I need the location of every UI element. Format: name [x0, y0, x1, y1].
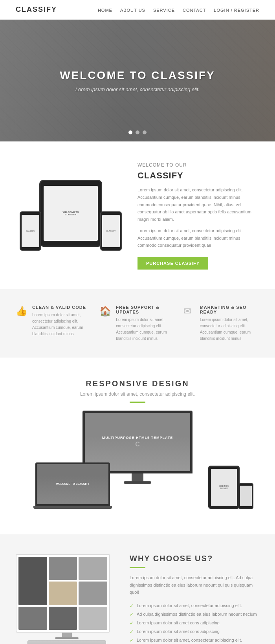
hero-dot-3[interactable]: [143, 130, 147, 134]
feature-content-0: CLEAN & VALID CODE Lorem ipsum dolor sit…: [32, 305, 92, 337]
why-grid-7: [49, 607, 77, 630]
monitor-base: [124, 481, 151, 484]
why-grid-1: [18, 557, 47, 605]
feature-content-1: FREE SUPPORT & UPDATES Lorem ipsum dolor…: [116, 305, 175, 342]
hero-dots: [128, 130, 147, 134]
tablet-screen: WELCOME TOCLASSIFY: [44, 186, 98, 240]
features-section: 👍 CLEAN & VALID CODE Lorem ipsum dolor s…: [0, 289, 275, 358]
purchase-button[interactable]: PURCHASE CLASSIFY: [138, 257, 208, 270]
responsive-section: RESPONSIVE DESIGN Lorem ipsum dolor sit …: [0, 358, 275, 534]
feature-title-2: MARKETING & SEO READY: [200, 305, 259, 314]
feature-item-2: ✉ MARKETING & SEO READY Lorem ipsum dolo…: [183, 305, 259, 342]
check-icon-3: ✓: [130, 629, 134, 635]
devices-showcase: MULTIPURPOSE HTML5 TEMPLATE C WELCOME TO…: [16, 411, 259, 513]
why-monitor-base: [55, 637, 79, 639]
showcase-tablet-inner: LIKE THISTHEME?: [211, 469, 237, 506]
why-list-text-4: Lorem ipsum dolor sit amet, consectetur …: [137, 638, 242, 642]
about-devices: WELCOME TOCLASSIFY CLASSIFY CLASSIFY: [16, 180, 126, 251]
why-list-text-1: Ad culpa dignissimos distinctio ea eius …: [137, 612, 257, 616]
showcase-tablet: LIKE THISTHEME?: [208, 466, 240, 509]
feature-title-0: CLEAN & VALID CODE: [32, 305, 92, 310]
why-green-divider: [130, 567, 145, 568]
nav-link-contact[interactable]: CONTACT: [183, 8, 206, 13]
nav-link-login[interactable]: LOGIN / REGISTER: [214, 8, 259, 13]
check-icon-2: ✓: [130, 620, 134, 626]
laptop-base: [33, 506, 112, 509]
nav-item-about[interactable]: ABOUT US: [120, 6, 145, 13]
about-text: WELCOME TO OUR CLASSIFY Lorem ipsum dolo…: [138, 161, 259, 270]
why-text: WHY CHOOSE US? Lorem ipsum dolor sit ame…: [130, 554, 259, 644]
hero-dot-1[interactable]: [128, 130, 132, 134]
why-list-text-3: Lorem ipsum dolor sit amet cons adipisci…: [137, 629, 220, 634]
navbar: CLASSIFY HOME ABOUT US SERVICE CONTACT L…: [0, 0, 275, 20]
nav-menu: HOME ABOUT US SERVICE CONTACT LOGIN / RE…: [98, 6, 259, 13]
showcase-phone-inner: [240, 486, 252, 506]
why-grid-8: [79, 607, 107, 630]
nav-link-service[interactable]: SERVICE: [153, 8, 175, 13]
why-grid-2: [49, 557, 77, 580]
feature-desc-2: Lorem ipsum dolor sit amet, consectetur …: [200, 317, 259, 342]
feature-desc-1: Lorem ipsum dolor sit amet, consectetur …: [116, 317, 175, 342]
feature-desc-0: Lorem ipsum dolor sit amet, consectetur …: [32, 312, 92, 337]
about-para2: Lorem ipsum dolor sit amet, consectetur …: [138, 227, 259, 249]
why-section: WHY CHOOSE US? Lorem ipsum dolor sit ame…: [0, 534, 275, 644]
why-list-item-3: ✓ Lorem ipsum dolor sit amet cons adipis…: [130, 627, 259, 636]
why-list-text-2: Lorem ipsum dolor sit amet cons adipisci…: [137, 620, 220, 625]
why-intro: Lorem ipsum dolor sit amet, consectetur …: [130, 574, 259, 596]
green-divider: [130, 402, 145, 403]
hero-dot-2[interactable]: [136, 130, 139, 134]
why-keyboard: [28, 640, 106, 644]
check-icon-0: ✓: [130, 603, 134, 609]
laptop-screen: WELCOME TO CLASSIFY: [35, 462, 110, 506]
thumbs-up-icon: 👍: [16, 306, 28, 317]
showcase-phone: [238, 483, 253, 509]
responsive-subtitle: Lorem ipsum dolor sit amet, consectetur …: [16, 391, 259, 397]
hero-subtitle: Lorem ipsum dolor sit amet, consectetur …: [60, 86, 215, 92]
nav-item-login[interactable]: LOGIN / REGISTER: [214, 6, 259, 13]
tablet-device: WELCOME TOCLASSIFY: [39, 180, 102, 247]
why-grid-6: [18, 607, 47, 630]
phone-left-device: CLASSIFY: [20, 211, 41, 251]
phone-right-device: CLASSIFY: [100, 211, 122, 251]
hero-section: WELCOME TO CLASSIFY Lorem ipsum dolor si…: [0, 20, 275, 141]
about-para1: Lorem ipsum dolor sit amet, consectetur …: [138, 186, 259, 223]
why-list-item-0: ✓ Lorem ipsum dolor sit amet, consectetu…: [130, 602, 259, 610]
why-list-item-1: ✓ Ad culpa dignissimos distinctio ea eiu…: [130, 610, 259, 619]
nav-link-about[interactable]: ABOUT US: [120, 8, 145, 13]
about-title: CLASSIFY: [138, 171, 259, 181]
why-monitor: [16, 554, 110, 633]
laptop-text: WELCOME TO CLASSIFY: [56, 483, 90, 485]
about-section: WELCOME TOCLASSIFY CLASSIFY CLASSIFY WEL…: [0, 141, 275, 289]
why-list-text-0: Lorem ipsum dolor sit amet, consectetur …: [137, 603, 242, 608]
why-list: ✓ Lorem ipsum dolor sit amet, consectetu…: [130, 602, 259, 644]
device-mockup: WELCOME TOCLASSIFY CLASSIFY CLASSIFY: [20, 180, 122, 251]
brand-logo: CLASSIFY: [16, 6, 57, 14]
nav-link-home[interactable]: HOME: [98, 8, 112, 13]
home-icon: 🏠: [99, 306, 111, 317]
laptop-screen-inner: WELCOME TO CLASSIFY: [37, 464, 108, 504]
nav-item-contact[interactable]: CONTACT: [183, 6, 206, 13]
monitor-stand: [132, 473, 143, 481]
phone-right-screen: CLASSIFY: [102, 215, 120, 247]
nav-item-home[interactable]: HOME: [98, 6, 112, 13]
feature-item-0: 👍 CLEAN & VALID CODE Lorem ipsum dolor s…: [16, 305, 92, 342]
about-subtitle: WELCOME TO OUR: [138, 161, 259, 169]
responsive-title: RESPONSIVE DESIGN: [16, 379, 259, 388]
check-icon-4: ✓: [130, 638, 134, 643]
check-icon-1: ✓: [130, 612, 134, 617]
why-grid-3: [79, 557, 107, 580]
why-title: WHY CHOOSE US?: [130, 554, 259, 563]
why-list-item-2: ✓ Lorem ipsum dolor sit amet cons adipis…: [130, 619, 259, 627]
feature-title-1: FREE SUPPORT & UPDATES: [116, 305, 175, 314]
why-list-item-4: ✓ Lorem ipsum dolor sit amet, consectetu…: [130, 636, 259, 644]
monitor-text: MULTIPURPOSE HTML5 TEMPLATE: [102, 436, 173, 440]
feature-item-1: 🏠 FREE SUPPORT & UPDATES Lorem ipsum dol…: [99, 305, 175, 342]
laptop-device: WELCOME TO CLASSIFY: [35, 462, 110, 509]
feature-content-2: MARKETING & SEO READY Lorem ipsum dolor …: [200, 305, 259, 342]
hero-content: WELCOME TO CLASSIFY Lorem ipsum dolor si…: [60, 69, 215, 92]
nav-item-service[interactable]: SERVICE: [153, 6, 175, 13]
hero-title: WELCOME TO CLASSIFY: [60, 69, 215, 82]
why-image: [16, 554, 118, 644]
why-grid-5: [79, 582, 107, 605]
why-grid-4: [49, 582, 77, 605]
